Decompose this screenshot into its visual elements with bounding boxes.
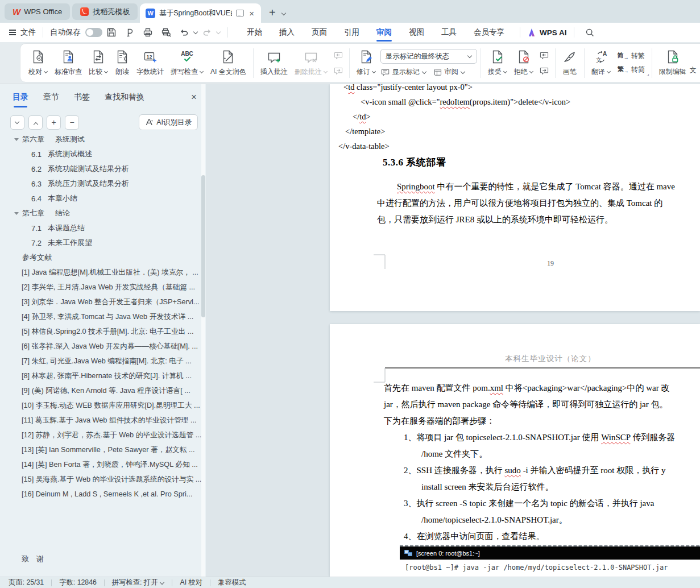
undo-icon[interactable]: [176, 26, 193, 39]
compatibility-mode-badge[interactable]: 兼容模式: [218, 578, 246, 587]
word-count-indicator[interactable]: 字数: 12846: [59, 578, 97, 587]
toc-reference-item[interactable]: [11] 葛玉辉.基于 Java Web 组件技术的毕业设计管理 ...: [0, 413, 206, 428]
toc-item[interactable]: 第七章结论: [0, 206, 206, 221]
toc-reference-item[interactable]: [7] 朱红, 司光亚.Java Web 编程指南[M]. 北京: 电子 ...: [0, 354, 206, 368]
toc-item[interactable]: 7.2未来工作展望: [0, 235, 206, 250]
document-page-19[interactable]: <td class="justify-center layout px-0"><…: [330, 84, 700, 311]
brush-button[interactable]: 画笔: [559, 45, 581, 81]
toc-reference-item[interactable]: [8] 林寒超, 张南平.Hibernate 技术的研究[J]. 计算机 ...: [0, 368, 206, 383]
zoom-out-outline-button[interactable]: −: [65, 115, 79, 130]
review-pane-button[interactable]: 审阅: [433, 67, 465, 77]
toc-reference-item[interactable]: [1] Java 编程思想[M].机械工业出版社．(美) 埃克尔， ...: [0, 265, 206, 280]
toc-reference-item[interactable]: [2] 李兴华, 王月清.Java Web 开发实战经典（基础篇 ...: [0, 280, 206, 295]
toc-reference-item[interactable]: [4] 孙卫琴, 李洪成.Tomcat 与 Java Web 开发技术详 ...: [0, 309, 206, 324]
session-window-icon[interactable]: [236, 10, 244, 16]
toc-reference-item[interactable]: [9] (美) 阿诺德, Ken Arnold 等. Java 程序设计语言[ …: [0, 383, 206, 398]
page-indicator[interactable]: 页面: 25/31: [9, 578, 44, 587]
toc-reference-item[interactable]: [13] [英] Ian Sommerville，Pete Sawyer 著，赵…: [0, 442, 206, 457]
save-icon[interactable]: [103, 26, 120, 39]
toc-item[interactable]: 参考文献: [0, 250, 206, 265]
hamburger-icon[interactable]: [9, 30, 16, 35]
toc-reference-item[interactable]: [16] Deinum M , Ladd S , Serneels K ,et …: [0, 487, 206, 502]
menu-item[interactable]: 审阅: [368, 23, 400, 42]
toc-item[interactable]: 6.2系统功能测试及结果分析: [0, 162, 206, 176]
previous-revision-icon[interactable]: [539, 50, 549, 60]
proofread-button[interactable]: 校对: [25, 45, 51, 81]
tab-list-chevron-icon[interactable]: [281, 11, 286, 16]
insert-comment-button[interactable]: 插入批注: [257, 45, 291, 81]
sidebar-scrollbar[interactable]: [201, 84, 205, 577]
menu-item[interactable]: 视图: [400, 23, 433, 42]
show-markup-button[interactable]: 显示标记: [380, 67, 426, 77]
ai-polish-button[interactable]: AI 全文润色: [207, 45, 250, 81]
search-icon[interactable]: [582, 26, 599, 39]
toc-reference-item[interactable]: [14] [英] Ben Forta 著，刘晓霞，钟鸣泽.MySQL 必知 ..…: [0, 457, 206, 472]
tab-wps-office[interactable]: W WPS Office: [5, 3, 70, 20]
toc-item-acknowledgements[interactable]: 致 谢: [22, 554, 44, 564]
toc-reference-item[interactable]: [15] 吴海燕.基于 Web 的毕业设计选题系统的设计与实 ...: [0, 472, 206, 487]
tab-document[interactable]: W 基于SpringBoot和VUE的学生 ×: [140, 3, 261, 23]
to-traditional-button[interactable]: 简→ 转繁: [618, 51, 645, 61]
menu-item[interactable]: 会员专享: [465, 23, 513, 42]
group-expand-icon[interactable]: ⌟: [647, 71, 649, 77]
toc-reference-item[interactable]: [10] 李玉梅.动态 WEB 数据库应用研究[D].昆明理工大 ...: [0, 398, 206, 413]
close-sidebar-icon[interactable]: ×: [191, 92, 197, 107]
markup-state-select[interactable]: 显示标记的最终状态: [380, 49, 477, 64]
restrict-editing-button[interactable]: 限制编辑: [656, 45, 690, 81]
delete-comment-button[interactable]: 删除批注: [291, 45, 331, 81]
word-count-button[interactable]: 12 字数统计: [133, 45, 167, 81]
menu-item[interactable]: 引用: [335, 23, 368, 42]
zoom-in-outline-button[interactable]: +: [47, 115, 61, 130]
standard-review-button[interactable]: 标准审查: [51, 45, 85, 81]
redo-icon[interactable]: [198, 26, 216, 39]
close-tab-icon[interactable]: ×: [248, 9, 255, 18]
document-page-20[interactable]: 本科生毕业设计（论文） 首先在 maven 配置文件 pom.xml 中将<pa…: [330, 324, 700, 577]
ai-proofread-status[interactable]: AI 校对: [180, 578, 202, 587]
toc-reference-item[interactable]: [6] 张孝祥.深入 Java Web 开发内幕——核心基础[M]. ...: [0, 339, 206, 354]
print-icon[interactable]: [139, 26, 156, 39]
menu-item[interactable]: 插入: [271, 23, 303, 42]
toc-reference-item[interactable]: [3] 刘京华．Java Web 整合开发王者归来（JSP+Servl...: [0, 295, 206, 309]
to-simplified-button[interactable]: 繁→ 转简: [618, 65, 645, 74]
sidebar-scrollbar-thumb[interactable]: [201, 175, 205, 317]
collapse-all-button[interactable]: [28, 115, 43, 130]
collapse-triangle-icon[interactable]: [14, 138, 19, 141]
document-canvas[interactable]: <td class="justify-center layout px-0"><…: [206, 84, 700, 577]
track-changes-button[interactable]: 修订: [353, 45, 379, 81]
read-aloud-button[interactable]: 朗读: [111, 45, 133, 81]
tab-docer-templates[interactable]: 找稻壳模板: [72, 3, 138, 20]
expand-all-button[interactable]: [10, 115, 24, 130]
sidebar-tab[interactable]: 书签: [74, 92, 90, 107]
autosave-toggle[interactable]: [85, 28, 102, 37]
spell-check-status[interactable]: 拼写检查: 打开: [112, 578, 165, 587]
sidebar-tab[interactable]: 查找和替换: [105, 92, 144, 107]
toc-item[interactable]: 第六章系统测试: [0, 136, 206, 147]
menu-item[interactable]: 页面: [303, 23, 335, 42]
file-menu[interactable]: 文件: [20, 27, 36, 38]
spell-check-button[interactable]: ABC 拼写检查: [167, 45, 207, 81]
wps-ai-menu[interactable]: WPS AI: [527, 28, 567, 37]
toc-reference-item[interactable]: [5] 林信良.Spring2.0 技术手册[M]. 北京: 电子工业出 ...: [0, 324, 206, 339]
compare-button[interactable]: 比较: [85, 45, 111, 81]
previous-comment-icon[interactable]: [333, 50, 343, 60]
ai-recognize-toc-button[interactable]: AI识别目录: [139, 114, 198, 130]
redo-chevron-icon[interactable]: [216, 30, 221, 35]
toc-reference-item[interactable]: [12] 苏静，刘宇君，苏杰.基于 Web 的毕业设计选题管 ...: [0, 428, 206, 442]
sidebar-tab[interactable]: 章节: [43, 92, 59, 107]
clipped-button-label[interactable]: 文: [690, 65, 697, 75]
toc-item[interactable]: 6.4本章小结: [0, 191, 206, 206]
toc-item[interactable]: 7.1本课题总结: [0, 221, 206, 235]
collapse-triangle-icon[interactable]: [14, 212, 19, 215]
menu-item[interactable]: 工具: [433, 23, 465, 42]
export-icon[interactable]: [121, 26, 138, 39]
accept-button[interactable]: 接受: [484, 45, 511, 81]
print-preview-icon[interactable]: [158, 26, 175, 39]
reject-button[interactable]: 拒绝: [511, 45, 537, 81]
new-tab-button[interactable]: +: [269, 7, 276, 18]
next-comment-icon[interactable]: [333, 65, 343, 76]
toc-item[interactable]: 6.3系统压力测试及结果分析: [0, 176, 206, 191]
next-revision-icon[interactable]: [539, 65, 549, 76]
undo-chevron-icon[interactable]: [193, 30, 198, 35]
menu-item[interactable]: 开始: [238, 23, 271, 42]
sidebar-tab[interactable]: 目录: [13, 92, 28, 107]
